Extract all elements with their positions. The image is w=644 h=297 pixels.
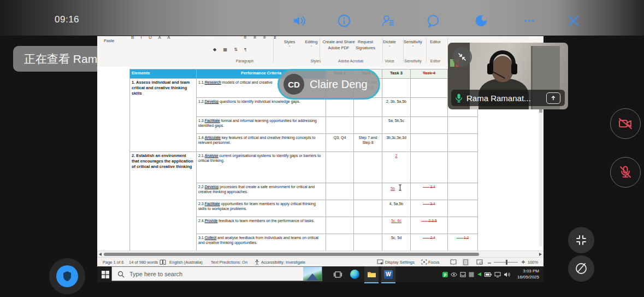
word-status-bar: Page 1 of 6 14 of 980 words English (Aus… [97, 257, 543, 267]
criteria-number: 1.2. [198, 100, 205, 103]
task-cell [354, 183, 382, 200]
taskbar-time: 3:03 PM [517, 269, 539, 275]
column-header-task4: Task 4 [411, 69, 448, 79]
scroll-right-icon [539, 253, 542, 256]
task-cell: 3,4 [411, 200, 448, 217]
exit-fullscreen-icon [575, 234, 588, 247]
edge-icon [350, 270, 359, 279]
word-app-button: W [381, 266, 395, 283]
tray-inbox-icon [460, 272, 466, 277]
chat-icon [426, 13, 441, 28]
chevron-down-icon: ⌄ [277, 44, 302, 47]
editor-button: Editor [426, 39, 445, 44]
text-predictions-indicator: Text Predictions: On [211, 260, 247, 265]
task-cell [326, 200, 354, 217]
info-icon [336, 13, 352, 28]
participant-video-tile[interactable]: Rama Ramanat... [448, 43, 568, 109]
zoom-in-icon [521, 260, 525, 264]
task-cell [326, 234, 354, 251]
task-cell: 3,4 [411, 183, 448, 200]
criteria-number: 2.2. [198, 185, 205, 189]
windows-taskbar: Type here to search W p [97, 266, 543, 282]
avatar: CD [283, 74, 304, 95]
task-cell [411, 98, 448, 117]
file-explorer-button [364, 266, 379, 283]
criteria-verb: Provide [205, 219, 218, 223]
webex-meeting-screen: 09:16 [0, 0, 644, 297]
system-tray: p [442, 266, 510, 282]
task-cell [448, 117, 478, 134]
display-settings-icon [377, 259, 383, 265]
element-cell: 2. Establish an environment that encoura… [130, 152, 197, 251]
task-cell: 3b,3c,3e,3d [382, 134, 411, 152]
chat-button[interactable] [426, 13, 441, 28]
shield-icon [62, 271, 72, 282]
speaker-button[interactable] [292, 13, 308, 28]
word-count: 14 of 980 words [129, 260, 158, 265]
paste-button: Paste [104, 38, 114, 43]
taskbar-clock: 3:03 PM 16/05/2025 [517, 269, 539, 281]
task-value: 2 [395, 154, 398, 158]
close-meeting-button[interactable] [566, 13, 581, 28]
chevron-down-icon: ⌄ [379, 44, 400, 47]
mic-off-button[interactable] [610, 157, 641, 188]
criteria-cell: 3.1.Collect and analyse feedback from in… [197, 234, 326, 251]
task-cell [448, 134, 478, 152]
task-cell: 5a, 5b,5c [382, 117, 411, 134]
task-cell: 5b [382, 183, 411, 200]
edge-button [347, 266, 362, 282]
meeting-security-button[interactable] [56, 265, 78, 287]
sensitivity-group-label: Sensitivity [401, 59, 425, 63]
scrollbar-thumb[interactable] [104, 253, 479, 256]
task-cell [354, 117, 382, 134]
camera-off-icon [618, 117, 633, 130]
file-explorer-icon [367, 271, 376, 278]
proofing-icon [159, 259, 166, 265]
dictate-button: Dictate⌄ [379, 39, 400, 47]
webex-icon [474, 13, 489, 28]
task-cell: 2 [382, 152, 411, 183]
meeting-clock: 09:16 [55, 14, 79, 25]
task-cell: 1,2 [448, 234, 478, 251]
accessibility-status: Accessibility: Investigate [261, 260, 305, 265]
task-cell [448, 200, 478, 217]
participant-name-pill: Rama Ramanat... [451, 90, 565, 106]
criteria-cell: 2.1.Analyse current organisational syste… [197, 152, 326, 183]
criteria-cell: 1.3.Facilitate formal and informal learn… [197, 117, 326, 134]
criteria-text: models of critical and creative [221, 80, 273, 84]
meeting-top-bar: 09:16 [0, 0, 644, 36]
info-button[interactable] [336, 13, 352, 28]
task-value: Q3, Q4 [334, 136, 346, 139]
task-value: 3b,3c,3e,3d [386, 136, 406, 139]
battery-icon [485, 272, 492, 277]
minimize-tile-button[interactable] [452, 47, 472, 67]
more-button[interactable] [522, 13, 537, 28]
tray-arrow-icon [477, 272, 482, 277]
task-value: 5c, 6c [391, 219, 401, 223]
windows-logo-icon [102, 271, 109, 278]
exit-fullscreen-button[interactable] [568, 227, 594, 253]
more-icon [522, 13, 537, 28]
font-format-icons: B I U A A [131, 36, 173, 40]
annotator-badge: CD Claire Deng [277, 69, 380, 100]
criteria-verb: Facilitate [205, 202, 220, 206]
collapse-icon [457, 51, 468, 62]
display-settings-button: Display Settings [385, 260, 415, 265]
task-cell: 2,3,5 [411, 217, 448, 234]
criteria-verb: Develop [205, 185, 219, 189]
paragraph-group-label: Paragraph [212, 59, 277, 63]
camera-off-button[interactable] [610, 108, 641, 139]
zoom-slider-thumb[interactable] [506, 260, 507, 265]
acrobat-group-label: Adobe Acrobat [320, 59, 381, 63]
web-layout-icon [476, 259, 483, 265]
participants-button[interactable] [381, 13, 396, 28]
annotate-button[interactable] [568, 255, 594, 282]
criteria-text: questions to identify individual knowled… [218, 100, 300, 103]
task-value: 2,4 [423, 236, 435, 240]
chevron-down-icon: ⌄ [401, 44, 425, 47]
mic-on-icon [456, 94, 462, 103]
column-header-elements: Elements [130, 69, 197, 79]
criteria-number: 2.1. [198, 154, 205, 158]
speaker-icon [292, 13, 308, 28]
webex-button[interactable] [474, 13, 489, 28]
